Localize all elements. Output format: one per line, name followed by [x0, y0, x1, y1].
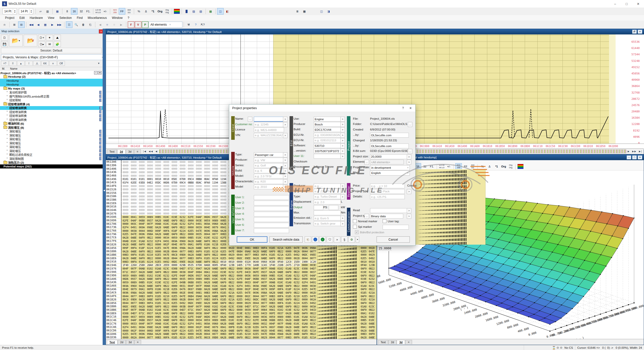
checkbox-box[interactable]: [383, 219, 386, 223]
menu-item-[interactable]: ?: [125, 16, 132, 20]
field-input[interactable]: [254, 117, 284, 122]
clipboard-icon[interactable]: ⎗: [305, 236, 311, 243]
hex-row[interactable]: 061C7600000033004F007F00AB010C01A8023202…: [106, 322, 377, 325]
expand-button[interactable]: >: [283, 133, 288, 138]
expand-button[interactable]: >: [340, 216, 345, 221]
value-icon[interactable]: V: [135, 21, 141, 28]
field-input[interactable]: e.g. Golf: [254, 163, 284, 168]
field-input[interactable]: [254, 195, 289, 200]
hex-row[interactable]: 061BB6004F007F00AB010201A8023C030804D707…: [106, 308, 377, 312]
more-button[interactable]: ...: [365, 160, 369, 165]
tree-map-item[interactable]: *涡轮增压: [0, 149, 103, 153]
maps-color-icon[interactable]: ⛰: [54, 35, 61, 40]
map-edit-icon[interactable]: ▩: [207, 8, 214, 15]
expand-button[interactable]: >: [407, 189, 411, 194]
hex-row[interactable]: 061CA602F40491069A098E0A280ABE0AF00B2200…: [106, 325, 377, 329]
tree-folder[interactable]: My maps (3): [0, 86, 103, 91]
hex-row[interactable]: 061B560044007700B300FA0185022402E5049206…: [106, 301, 377, 305]
field-input[interactable]: 20,0000: [370, 154, 408, 159]
menu-item-hardware[interactable]: Hardware: [27, 16, 45, 20]
toolbar-btn-444111[interactable]: 444 111: [126, 8, 132, 15]
filter-btn-5[interactable]: KK: [41, 61, 49, 66]
hex-row[interactable]: 061856009F00FA018F022402E5047E0696098A0A…: [106, 246, 377, 250]
field-input[interactable]: e.g. Switch gear: [314, 221, 341, 226]
field-input[interactable]: <All elements>: [370, 160, 404, 164]
window-titlebar[interactable]: zed with hexdump] –□✕: [377, 155, 644, 160]
close-icon[interactable]: ✕: [98, 71, 102, 74]
tree-map-item[interactable]: *颗粒过滤负荷校正: [0, 153, 103, 157]
comment-icon[interactable]: 🗨: [327, 236, 333, 243]
tree-project[interactable]: Project_100604.ols (P1072742 - 标定) as <A…: [0, 71, 103, 75]
field-input[interactable]: e.g. 03G906016GN: [314, 133, 341, 138]
session-button[interactable]: Session: Default: [1, 48, 102, 53]
field-input[interactable]: OLSecufile.com: [370, 144, 409, 148]
filter-expand-icon[interactable]: ▼: [98, 62, 100, 65]
hex-row[interactable]: 0618860A280ABE0AF00B220000002B0044007700…: [106, 250, 377, 253]
chart-del-icon[interactable]: ▧: [197, 8, 204, 15]
hex-row[interactable]: 061A66069A09600A280ABE0AF00B220000003100…: [106, 284, 377, 288]
field-input[interactable]: 1037530710P1072: [314, 149, 341, 153]
hex-row[interactable]: 061D0602E5047E0696098A0A280ABE0AF00B2200…: [106, 332, 377, 336]
tree-map-item[interactable]: *扭矩喷油转换: [0, 114, 103, 118]
expand-button[interactable]: >: [340, 127, 345, 132]
binocular-icon[interactable]: ⌾: [104, 21, 110, 28]
toolbar-btn-f1[interactable]: F1.: [429, 163, 435, 170]
scroll-right-arrows[interactable]: ▶ ▶▶ ▶|: [628, 150, 642, 153]
more-actions-icon[interactable]: »: [334, 236, 340, 243]
field-select[interactable]: in development˅: [370, 165, 410, 170]
save-icon[interactable]: 💾: [1, 41, 8, 47]
field-select[interactable]: English˅: [370, 170, 410, 176]
filter-btn-3[interactable]: ī: [25, 61, 33, 66]
field-input[interactable]: Passenger car: [254, 152, 284, 157]
chart-edit-icon[interactable]: ▨: [190, 8, 197, 15]
hex-row[interactable]: 061CD60000002F0044006D009F00FA018F022402…: [106, 329, 377, 332]
field-input[interactable]: [254, 201, 289, 205]
checkbox-spi-marker[interactable]: Spi marker: [353, 225, 372, 229]
mail-icon[interactable]: ✉: [46, 41, 53, 47]
hex-row[interactable]: 061D360000002A0044007700B300FA0185021002…: [106, 336, 377, 339]
toolbar-btn-1[interactable]: *1: [493, 163, 500, 170]
spinner-arrows-icon[interactable]: ▲ ▼: [13, 9, 17, 14]
menu-item-selection[interactable]: Selection: [57, 16, 74, 20]
checkbox-bdm-bsl[interactable]: ✓Bdm/Bsl protection: [355, 230, 384, 234]
tree-folder[interactable]: 扭矩喷油转换 (4): [0, 102, 103, 106]
projects-versions-maps-combo[interactable]: Projects, Versions & Maps: (Ctrl+Shift+F…: [1, 54, 105, 60]
more-button[interactable]: ...: [248, 117, 252, 122]
tab-3d[interactable]: 3d: [126, 340, 134, 344]
grid-window-icon[interactable]: ▦: [301, 8, 308, 15]
hex-row[interactable]: 061A360059008900B5010C019E023202FE049B06…: [106, 281, 377, 284]
skew-view-icon[interactable]: ▱: [37, 8, 44, 15]
help-icon[interactable]: ?: [192, 21, 199, 28]
field-input[interactable]: e.g. Euro 5: [314, 216, 341, 221]
field-input[interactable]: [314, 154, 341, 159]
menu-item-miscellaneous[interactable]: Miscellaneous: [85, 16, 109, 20]
expand-button[interactable]: >: [283, 174, 288, 179]
expand-button[interactable]: >: [340, 117, 345, 122]
field-input[interactable]: e.g. WAUZZZ8E35A23: [254, 133, 284, 138]
toolbar-btn-ff[interactable]: FF: [462, 163, 469, 170]
minimize-icon[interactable]: –: [627, 155, 631, 159]
close-icon[interactable]: ✕: [638, 30, 642, 34]
menu-item-edit[interactable]: Edit: [17, 16, 27, 20]
expand-button[interactable]: >: [283, 185, 288, 190]
search-vehicle-data-button[interactable]: Search vehicle data: [269, 236, 303, 243]
expand-button[interactable]: >: [340, 184, 345, 189]
output-kw-input[interactable]: [329, 205, 338, 210]
overview-icon[interactable]: ▦: [42, 21, 49, 28]
expand-button[interactable]: >: [340, 194, 345, 199]
tree-map-item[interactable]: *发动机保护图: [0, 91, 103, 95]
filter-btn-6[interactable]: ≡: [49, 61, 57, 66]
panel-splitter[interactable]: ◀: [103, 29, 106, 345]
hex-row[interactable]: 061BE6030804D7071C09370A280ABE0AF00B2200…: [106, 312, 377, 315]
maximize-icon[interactable]: □: [632, 155, 637, 159]
tree-map-item[interactable]: *涡轮增压: [0, 137, 103, 141]
binocular-gray-icon[interactable]: ⌾: [111, 21, 117, 28]
rainbow-palette-icon[interactable]: [174, 8, 180, 15]
first-icon[interactable]: ◀◀: [28, 21, 34, 28]
field-input[interactable]: e.g. +25 PS: [370, 194, 405, 199]
ok-button[interactable]: OK: [237, 236, 267, 243]
toolbar-btn-f1[interactable]: F1.: [85, 8, 92, 15]
user-tag-input[interactable]: [383, 225, 409, 230]
field-input[interactable]: [370, 208, 408, 213]
factor-icon[interactable]: F: [128, 21, 134, 28]
